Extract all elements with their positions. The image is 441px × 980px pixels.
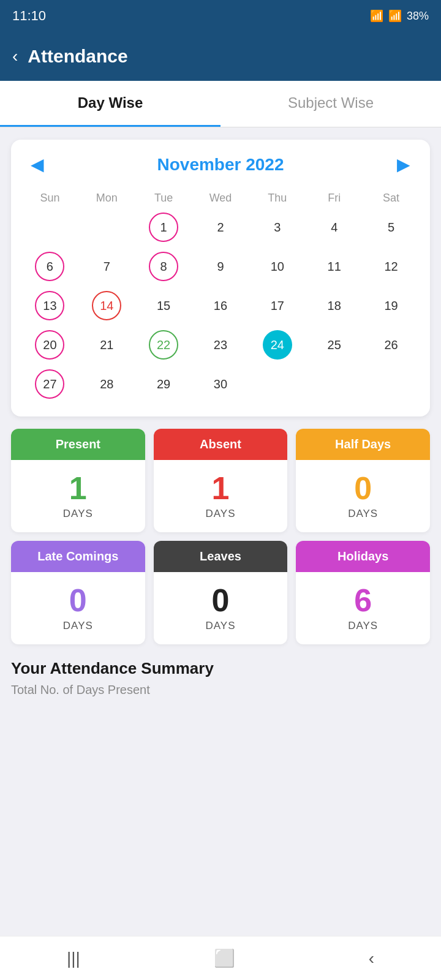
calendar-day[interactable]: 8 bbox=[137, 249, 190, 284]
stat-card-half-days: Half Days0DAYS bbox=[296, 429, 430, 532]
calendar-day[interactable]: 1 bbox=[137, 209, 190, 245]
stat-header-half-days: Half Days bbox=[296, 429, 430, 460]
stat-value-half-days: 0 bbox=[301, 472, 425, 504]
page-title: Attendance bbox=[28, 46, 127, 67]
calendar-day[interactable]: 29 bbox=[137, 366, 190, 402]
wifi-icon: 📶 bbox=[370, 9, 383, 23]
stat-header-holidays: Holidays bbox=[296, 541, 430, 572]
stat-label-half-days: DAYS bbox=[301, 508, 425, 520]
stat-label-present: DAYS bbox=[16, 508, 140, 520]
stat-value-absent: 1 bbox=[159, 472, 283, 504]
stat-header-present: Present bbox=[11, 429, 145, 460]
nav-recent-apps-icon[interactable]: ||| bbox=[67, 949, 80, 968]
stat-label-holidays: DAYS bbox=[301, 620, 425, 632]
weekday-sat: Sat bbox=[364, 187, 418, 209]
calendar-day[interactable]: 2 bbox=[194, 209, 247, 245]
weekday-tue: Tue bbox=[137, 187, 190, 209]
calendar-day[interactable]: 12 bbox=[364, 249, 418, 284]
stat-value-holidays: 6 bbox=[301, 584, 425, 616]
calendar-day[interactable]: 30 bbox=[194, 366, 247, 402]
calendar-day[interactable]: 14 bbox=[80, 288, 134, 323]
calendar-day[interactable]: 10 bbox=[251, 249, 304, 284]
prev-month-button[interactable]: ◀ bbox=[23, 154, 51, 175]
calendar-day[interactable]: 4 bbox=[307, 209, 361, 245]
weekday-fri: Fri bbox=[307, 187, 361, 209]
summary-subtitle: Total No. of Days Present bbox=[11, 683, 430, 697]
stat-card-absent: Absent1DAYS bbox=[154, 429, 288, 532]
summary-section: Your Attendance Summary Total No. of Day… bbox=[11, 653, 430, 703]
calendar-day bbox=[80, 209, 134, 245]
stat-value-late-comings: 0 bbox=[16, 584, 140, 616]
signal-icon: 📶 bbox=[388, 9, 402, 23]
status-bar: 11:10 📶 📶 38% bbox=[0, 0, 441, 32]
calendar-day bbox=[251, 366, 304, 402]
calendar-day[interactable]: 5 bbox=[364, 209, 418, 245]
stat-label-late-comings: DAYS bbox=[16, 620, 140, 632]
calendar-days-grid: 1234567891011121314151617181920212223242… bbox=[23, 209, 418, 402]
weekday-wed: Wed bbox=[194, 187, 247, 209]
calendar-day[interactable]: 28 bbox=[80, 366, 134, 402]
calendar-nav: ◀ November 2022 ▶ bbox=[23, 154, 418, 175]
calendar-day[interactable]: 3 bbox=[251, 209, 304, 245]
calendar-day[interactable]: 15 bbox=[137, 288, 190, 323]
calendar-day[interactable]: 17 bbox=[251, 288, 304, 323]
calendar-day[interactable]: 13 bbox=[23, 288, 77, 323]
stat-card-late-comings: Late Comings0DAYS bbox=[11, 541, 145, 644]
stat-value-present: 1 bbox=[16, 472, 140, 504]
stat-card-present: Present1DAYS bbox=[11, 429, 145, 532]
stat-header-leaves: Leaves bbox=[154, 541, 288, 572]
calendar-month-title: November 2022 bbox=[157, 155, 284, 175]
calendar-day[interactable]: 24 bbox=[251, 327, 304, 363]
calendar-day[interactable]: 25 bbox=[307, 327, 361, 363]
calendar-day[interactable]: 27 bbox=[23, 366, 77, 402]
calendar-day[interactable]: 26 bbox=[364, 327, 418, 363]
nav-home-icon[interactable]: ⬜ bbox=[214, 948, 235, 968]
calendar-day[interactable]: 6 bbox=[23, 249, 77, 284]
tab-subject-wise[interactable]: Subject Wise bbox=[221, 81, 441, 127]
nav-back-icon[interactable]: ‹ bbox=[369, 949, 374, 968]
bottom-nav: ||| ⬜ ‹ bbox=[0, 936, 441, 980]
battery-indicator: 38% bbox=[407, 10, 429, 23]
calendar-day[interactable]: 18 bbox=[307, 288, 361, 323]
back-button[interactable]: ‹ bbox=[12, 47, 18, 66]
weekday-mon: Mon bbox=[80, 187, 134, 209]
weekday-thu: Thu bbox=[251, 187, 304, 209]
calendar-day[interactable]: 20 bbox=[23, 327, 77, 363]
calendar-grid: Sun Mon Tue Wed Thu Fri Sat bbox=[23, 187, 418, 209]
stat-label-leaves: DAYS bbox=[159, 620, 283, 632]
header: ‹ Attendance bbox=[0, 32, 441, 81]
calendar-day[interactable]: 9 bbox=[194, 249, 247, 284]
stat-header-absent: Absent bbox=[154, 429, 288, 460]
stats-grid: Present1DAYSAbsent1DAYSHalf Days0DAYSLat… bbox=[11, 429, 430, 644]
calendar-day bbox=[307, 366, 361, 402]
next-month-button[interactable]: ▶ bbox=[390, 154, 418, 175]
calendar-day[interactable]: 21 bbox=[80, 327, 134, 363]
weekday-sun: Sun bbox=[23, 187, 77, 209]
calendar-day[interactable]: 22 bbox=[137, 327, 190, 363]
calendar-day[interactable]: 11 bbox=[307, 249, 361, 284]
tab-day-wise[interactable]: Day Wise bbox=[0, 81, 221, 127]
calendar-day bbox=[23, 209, 77, 245]
tab-bar: Day Wise Subject Wise bbox=[0, 81, 441, 127]
summary-title: Your Attendance Summary bbox=[11, 659, 430, 678]
stat-card-leaves: Leaves0DAYS bbox=[154, 541, 288, 644]
calendar-day[interactable]: 7 bbox=[80, 249, 134, 284]
stat-label-absent: DAYS bbox=[159, 508, 283, 520]
stat-value-leaves: 0 bbox=[159, 584, 283, 616]
stat-header-late-comings: Late Comings bbox=[11, 541, 145, 572]
status-time: 11:10 bbox=[12, 8, 46, 24]
calendar-day bbox=[364, 366, 418, 402]
calendar-day[interactable]: 23 bbox=[194, 327, 247, 363]
stat-card-holidays: Holidays6DAYS bbox=[296, 541, 430, 644]
status-icons: 📶 📶 38% bbox=[370, 9, 429, 23]
calendar-day[interactable]: 19 bbox=[364, 288, 418, 323]
calendar-card: ◀ November 2022 ▶ Sun Mon Tue Wed Thu Fr… bbox=[11, 140, 430, 417]
calendar-day[interactable]: 16 bbox=[194, 288, 247, 323]
